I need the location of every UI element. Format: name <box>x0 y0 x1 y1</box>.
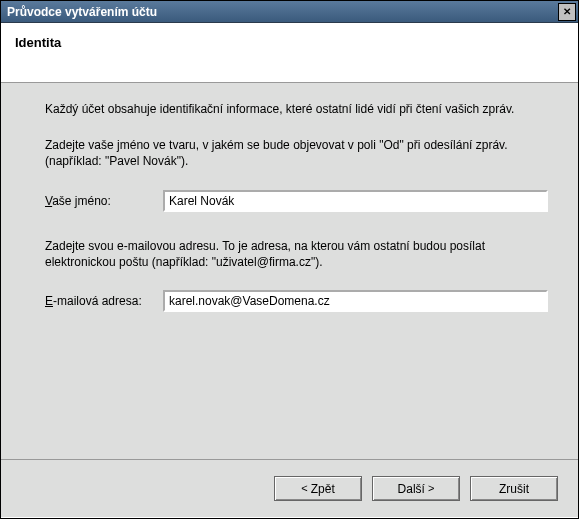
email-field-row: E-mailová adresa: <box>45 290 548 312</box>
close-button[interactable]: ✕ <box>558 3 576 21</box>
page-title: Identita <box>15 35 564 50</box>
name-field-row: Vaše jméno: <box>45 190 548 212</box>
back-button[interactable]: < Zpět <box>274 476 362 501</box>
cancel-button[interactable]: Zrušit <box>470 476 558 501</box>
email-label: E-mailová adresa: <box>45 294 163 308</box>
wizard-content: Každý účet obsahuje identifikační inform… <box>1 83 578 459</box>
wizard-footer: < Zpět Další > Zrušit <box>1 459 578 517</box>
email-input[interactable] <box>163 290 548 312</box>
email-help-text: Zadejte svou e-mailovou adresu. To je ad… <box>45 238 548 270</box>
name-input[interactable] <box>163 190 548 212</box>
window-title: Průvodce vytvářením účtu <box>7 1 157 23</box>
titlebar: Průvodce vytvářením účtu ✕ <box>1 1 578 23</box>
intro-text: Každý účet obsahuje identifikační inform… <box>45 101 548 117</box>
next-button[interactable]: Další > <box>372 476 460 501</box>
close-icon: ✕ <box>563 1 571 23</box>
name-label: Vaše jméno: <box>45 194 163 208</box>
wizard-header: Identita <box>1 23 578 83</box>
chevron-right-icon: > <box>428 483 434 494</box>
name-help-text: Zadejte vaše jméno ve tvaru, v jakém se … <box>45 137 548 169</box>
chevron-left-icon: < <box>301 483 307 494</box>
